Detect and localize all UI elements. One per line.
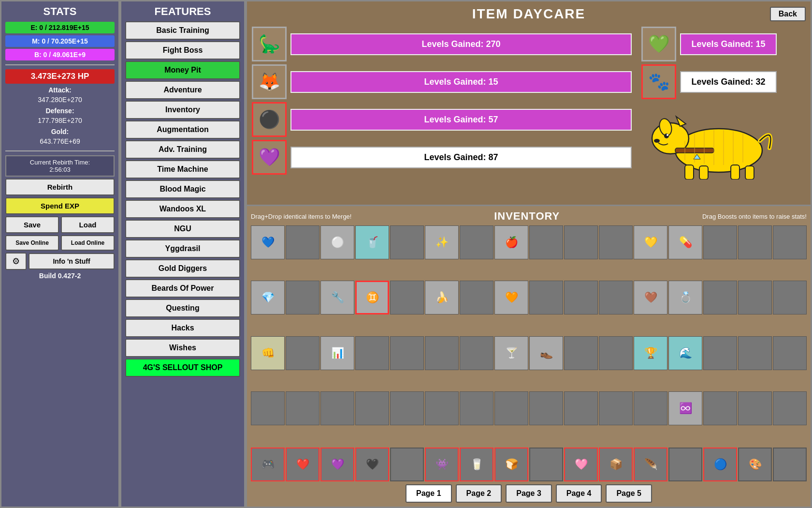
equipped-cell-5[interactable]: 👾: [425, 448, 459, 481]
inv-cell-3-0[interactable]: [251, 391, 285, 425]
inv-cell-2-7[interactable]: 🍸: [494, 336, 528, 370]
load-online-button[interactable]: Load Online: [61, 235, 115, 251]
rebirth-button[interactable]: Rebirth: [5, 179, 115, 195]
inv-cell-2-6[interactable]: [460, 336, 493, 370]
equipped-cell-13[interactable]: 🔵: [703, 448, 737, 481]
equipped-cell-8[interactable]: [529, 448, 563, 481]
daycare-right-item-icon-1[interactable]: 🐾: [641, 64, 676, 99]
inv-cell-2-11[interactable]: 🏆: [634, 336, 667, 370]
equipped-cell-10[interactable]: 📦: [599, 448, 633, 481]
equipped-cell-15[interactable]: [773, 448, 807, 481]
inv-cell-2-14[interactable]: [738, 336, 772, 370]
inv-cell-2-10[interactable]: [599, 336, 633, 370]
daycare-item-icon-3[interactable]: 💜: [252, 140, 287, 175]
inv-cell-3-6[interactable]: [460, 391, 493, 425]
settings-icon[interactable]: ⚙: [5, 253, 27, 270]
inv-cell-3-4[interactable]: [390, 391, 424, 425]
inv-cell-0-9[interactable]: [564, 225, 598, 259]
daycare-item-icon-2[interactable]: ⚫: [252, 102, 287, 137]
inv-cell-1-13[interactable]: [703, 281, 737, 314]
inv-cell-2-15[interactable]: [773, 336, 807, 370]
feature-btn-time-machine[interactable]: Time Machine: [125, 160, 240, 179]
equipped-cell-3[interactable]: 🖤: [355, 448, 389, 481]
inv-cell-3-15[interactable]: [773, 391, 807, 425]
feature-btn-basic-training[interactable]: Basic Training: [125, 21, 240, 40]
feature-btn-ngu[interactable]: NGU: [125, 220, 240, 238]
inv-cell-0-6[interactable]: [460, 225, 493, 259]
inv-cell-1-4[interactable]: [390, 281, 424, 314]
equipped-cell-4[interactable]: [390, 448, 424, 481]
daycare-item-icon-1[interactable]: 🦊: [252, 64, 287, 99]
feature-btn-inventory[interactable]: Inventory: [125, 101, 240, 119]
inv-cell-2-0[interactable]: 👊: [251, 336, 285, 370]
inv-cell-3-7[interactable]: [494, 391, 528, 425]
inv-cell-1-11[interactable]: 🤎: [634, 281, 667, 314]
inv-cell-0-12[interactable]: 💊: [668, 225, 702, 259]
feature-btn-blood-magic[interactable]: Blood Magic: [125, 180, 240, 198]
inv-cell-0-13[interactable]: [703, 225, 737, 259]
inv-cell-3-12[interactable]: ♾️: [668, 391, 702, 425]
equipped-cell-6[interactable]: 🥛: [460, 448, 493, 481]
inv-cell-1-1[interactable]: [286, 281, 319, 314]
inv-cell-0-2[interactable]: ⚪: [320, 225, 354, 259]
equipped-cell-11[interactable]: 🪶: [634, 448, 667, 481]
equipped-cell-2[interactable]: 💜: [320, 448, 354, 481]
inv-cell-3-14[interactable]: [738, 391, 772, 425]
inv-cell-1-15[interactable]: [773, 281, 807, 314]
inv-cell-3-2[interactable]: [320, 391, 354, 425]
inv-cell-2-4[interactable]: [390, 336, 424, 370]
inv-cell-2-1[interactable]: [286, 336, 319, 370]
page-btn-4[interactable]: Page 4: [556, 484, 602, 503]
inv-cell-1-3[interactable]: ♊: [355, 281, 389, 314]
feature-btn-adv--training[interactable]: Adv. Training: [125, 140, 240, 159]
inv-cell-1-8[interactable]: [529, 281, 563, 314]
inv-cell-3-8[interactable]: [529, 391, 563, 425]
save-button[interactable]: Save: [5, 216, 59, 233]
feature-btn-yggdrasil[interactable]: Yggdrasil: [125, 239, 240, 258]
inv-cell-3-5[interactable]: [425, 391, 459, 425]
feature-btn-wishes[interactable]: Wishes: [125, 339, 240, 357]
feature-btn-gold-diggers[interactable]: Gold Diggers: [125, 259, 240, 278]
inv-cell-3-3[interactable]: [355, 391, 389, 425]
back-button[interactable]: Back: [770, 7, 806, 21]
feature-btn-beards-of-power[interactable]: Beards Of Power: [125, 279, 240, 298]
info-button[interactable]: Info 'n Stuff: [29, 253, 115, 269]
page-btn-5[interactable]: Page 5: [606, 484, 652, 503]
daycare-item-icon-0[interactable]: 🦕: [252, 27, 287, 61]
equipped-cell-1[interactable]: ❤️: [286, 448, 319, 481]
inv-cell-1-12[interactable]: 💍: [668, 281, 702, 314]
load-button[interactable]: Load: [61, 216, 115, 233]
feature-btn-adventure[interactable]: Adventure: [125, 81, 240, 99]
page-btn-3[interactable]: Page 3: [506, 484, 552, 503]
inv-cell-0-15[interactable]: [773, 225, 807, 259]
page-btn-1[interactable]: Page 1: [406, 484, 452, 503]
inv-cell-2-9[interactable]: [564, 336, 598, 370]
inv-cell-1-5[interactable]: 🍌: [425, 281, 459, 314]
inv-cell-3-9[interactable]: [564, 391, 598, 425]
inv-cell-2-2[interactable]: 📊: [320, 336, 354, 370]
feature-btn-hacks[interactable]: Hacks: [125, 319, 240, 337]
inv-cell-2-3[interactable]: [355, 336, 389, 370]
spend-exp-button[interactable]: Spend EXP: [5, 197, 115, 214]
inv-cell-1-0[interactable]: 💎: [251, 281, 285, 314]
inv-cell-2-12[interactable]: 🌊: [668, 336, 702, 370]
feature-btn-questing[interactable]: Questing: [125, 299, 240, 317]
inv-cell-0-0[interactable]: 💙: [251, 225, 285, 259]
equipped-cell-7[interactable]: 🍞: [494, 448, 528, 481]
feature-btn-money-pit[interactable]: Money Pit: [125, 61, 240, 79]
inv-cell-2-5[interactable]: [425, 336, 459, 370]
inv-cell-0-14[interactable]: [738, 225, 772, 259]
inv-cell-1-6[interactable]: [460, 281, 493, 314]
inv-cell-0-7[interactable]: 🍎: [494, 225, 528, 259]
feature-btn-fight-boss[interactable]: Fight Boss: [125, 41, 240, 60]
inv-cell-0-11[interactable]: 💛: [634, 225, 667, 259]
equipped-cell-0[interactable]: 🎮: [251, 448, 285, 481]
page-btn-2[interactable]: Page 2: [456, 484, 502, 503]
inv-cell-0-5[interactable]: ✨: [425, 225, 459, 259]
inv-cell-2-8[interactable]: 👞: [529, 336, 563, 370]
inv-cell-1-10[interactable]: [599, 281, 633, 314]
inv-cell-0-8[interactable]: [529, 225, 563, 259]
inv-cell-0-1[interactable]: [286, 225, 319, 259]
equipped-cell-14[interactable]: 🎨: [738, 448, 772, 481]
feature-btn-augmentation[interactable]: Augmentation: [125, 120, 240, 139]
